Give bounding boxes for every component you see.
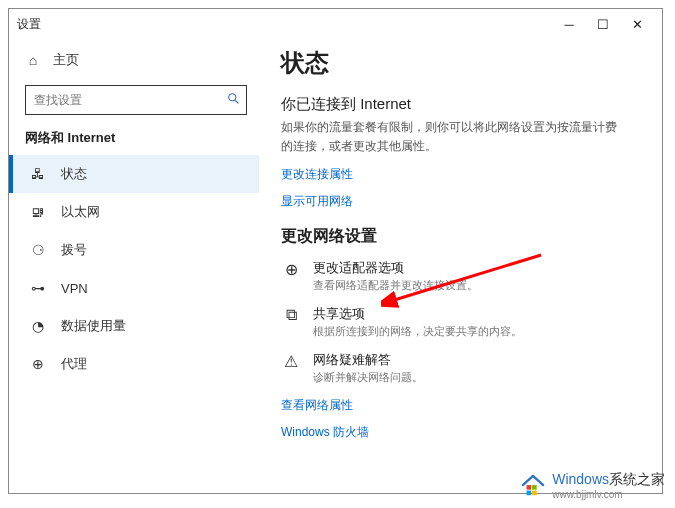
watermark-brand: Windows系统之家 [552,471,665,487]
option-title: 共享选项 [313,305,522,323]
change-connection-props-link[interactable]: 更改连接属性 [281,166,654,183]
sidebar-item-status[interactable]: 🖧 状态 [9,155,259,193]
search-icon [227,92,240,108]
option-title: 网络疑难解答 [313,351,423,369]
adapter-icon: ⊕ [281,259,301,279]
sidebar-item-label: 拨号 [61,241,87,259]
vpn-icon: ⊶ [29,280,47,296]
connected-desc: 如果你的流量套餐有限制，则你可以将此网络设置为按流量计费的连接，或者更改其他属性… [281,118,621,156]
sidebar-item-label: VPN [61,281,88,296]
main-content: 状态 你已连接到 Internet 如果你的流量套餐有限制，则你可以将此网络设置… [259,39,662,493]
sidebar-nav: 🖧 状态 🖳 以太网 ⚆ 拨号 ⊶ VPN ◔ 数据使用量 [9,155,259,383]
change-settings-heading: 更改网络设置 [281,226,654,247]
watermark-url: www.bjjmlv.com [552,489,665,500]
sidebar-item-label: 代理 [61,355,87,373]
connected-title: 你已连接到 Internet [281,95,654,114]
svg-rect-4 [532,485,537,490]
home-label: 主页 [53,51,79,69]
show-networks-link[interactable]: 显示可用网络 [281,193,654,210]
option-adapter[interactable]: ⊕ 更改适配器选项 查看网络适配器并更改连接设置。 [281,259,654,293]
ethernet-icon: 🖳 [29,204,47,220]
datausage-icon: ◔ [29,318,47,334]
minimize-button[interactable]: ─ [552,10,586,38]
titlebar: 设置 ─ ☐ ✕ [9,9,662,39]
search-box[interactable] [25,85,247,115]
watermark-logo-icon [520,474,546,498]
sharing-icon: ⧉ [281,305,301,324]
option-desc: 查看网络适配器并更改连接设置。 [313,278,478,293]
option-sharing[interactable]: ⧉ 共享选项 根据所连接到的网络，决定要共享的内容。 [281,305,654,339]
sidebar-item-label: 状态 [61,165,87,183]
search-input[interactable] [26,86,246,114]
window-title: 设置 [17,16,41,33]
sidebar-item-dialup[interactable]: ⚆ 拨号 [9,231,259,269]
sidebar-item-datausage[interactable]: ◔ 数据使用量 [9,307,259,345]
network-props-link[interactable]: 查看网络属性 [281,397,654,414]
option-troubleshoot[interactable]: ⚠ 网络疑难解答 诊断并解决网络问题。 [281,351,654,385]
svg-point-0 [229,94,236,101]
page-heading: 状态 [281,47,654,79]
troubleshoot-icon: ⚠ [281,351,301,371]
settings-window: 设置 ─ ☐ ✕ ⌂ 主页 网络和 Internet 🖧 状态 [8,8,663,494]
firewall-link[interactable]: Windows 防火墙 [281,424,654,441]
sidebar-item-ethernet[interactable]: 🖳 以太网 [9,193,259,231]
home-link[interactable]: ⌂ 主页 [25,43,259,77]
option-title: 更改适配器选项 [313,259,478,277]
sidebar-item-vpn[interactable]: ⊶ VPN [9,269,259,307]
window-body: ⌂ 主页 网络和 Internet 🖧 状态 🖳 以太网 [9,39,662,493]
maximize-button[interactable]: ☐ [586,10,620,38]
sidebar: ⌂ 主页 网络和 Internet 🖧 状态 🖳 以太网 [9,39,259,493]
sidebar-item-label: 数据使用量 [61,317,126,335]
option-desc: 诊断并解决网络问题。 [313,370,423,385]
svg-rect-3 [527,485,532,490]
dialup-icon: ⚆ [29,242,47,258]
svg-line-1 [235,100,238,103]
sidebar-section-title: 网络和 Internet [25,129,259,147]
option-desc: 根据所连接到的网络，决定要共享的内容。 [313,324,522,339]
svg-rect-5 [527,490,532,495]
sidebar-item-label: 以太网 [61,203,100,221]
status-icon: 🖧 [29,166,47,182]
svg-rect-6 [532,490,537,495]
home-icon: ⌂ [25,52,41,68]
sidebar-item-proxy[interactable]: ⊕ 代理 [9,345,259,383]
watermark: Windows系统之家 www.bjjmlv.com [520,471,665,500]
proxy-icon: ⊕ [29,356,47,372]
close-button[interactable]: ✕ [620,10,654,38]
